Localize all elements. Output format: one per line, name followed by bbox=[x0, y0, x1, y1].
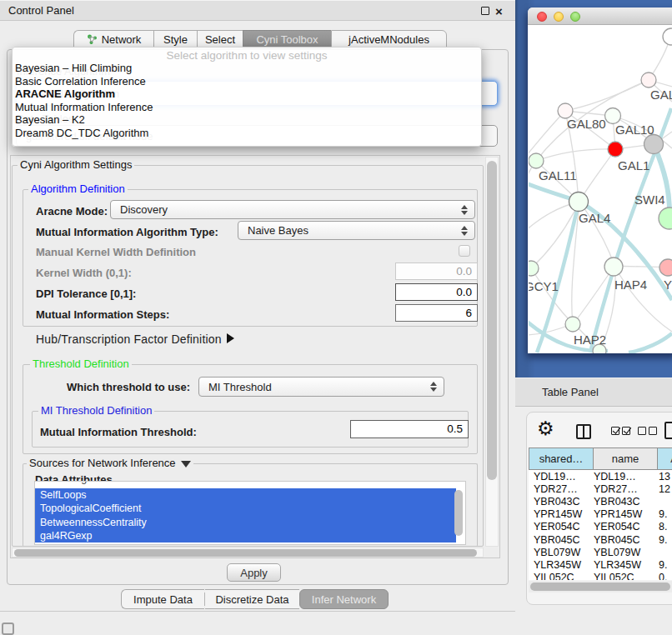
unchecked-checkbox-icon[interactable] bbox=[638, 427, 646, 435]
table-row[interactable]: YBR043CYBR043C bbox=[529, 495, 672, 508]
node-SWI4[interactable] bbox=[659, 208, 672, 229]
checked-checkbox-icon[interactable] bbox=[622, 427, 630, 435]
table-row[interactable]: YDL19…YDL19…13 bbox=[529, 470, 672, 483]
node[interactable] bbox=[659, 259, 672, 276]
table-cell: YBR043C bbox=[534, 495, 580, 508]
algorithm-option[interactable]: Bayesian – K2 bbox=[15, 113, 85, 126]
node[interactable] bbox=[663, 28, 672, 45]
table-hscrollbar-track[interactable] bbox=[529, 581, 672, 592]
apply-button[interactable]: Apply bbox=[227, 563, 281, 582]
spinner-icon bbox=[429, 382, 436, 392]
expand-arrow-icon[interactable] bbox=[227, 333, 234, 343]
window-title: Control Panel bbox=[8, 1, 74, 21]
close-icon[interactable]: × bbox=[495, 4, 503, 18]
dpi-tolerance-field[interactable]: 0.0 bbox=[395, 283, 478, 301]
algorithm-option[interactable]: Dream8 DC_TDC Algorithm bbox=[15, 127, 148, 139]
network-window-titlebar[interactable] bbox=[528, 8, 672, 25]
table-cell: 9. bbox=[659, 533, 667, 547]
zoom-traffic-light[interactable] bbox=[570, 12, 580, 22]
node-GCY1[interactable] bbox=[529, 261, 539, 276]
table-cell: 12 bbox=[659, 482, 670, 496]
table-header: shared…nameA bbox=[529, 448, 672, 470]
column-header-name[interactable]: name bbox=[593, 448, 657, 470]
list-scrollbar-thumb[interactable] bbox=[454, 490, 463, 536]
table-cell: YDR27… bbox=[534, 482, 578, 496]
aracne-mode-combo[interactable]: Discovery bbox=[110, 200, 475, 219]
table-row[interactable]: YDR27…YDR27…12 bbox=[529, 482, 672, 496]
algorithm-option[interactable]: ARACNE Algorithm bbox=[15, 88, 115, 100]
aracne-mode-value: Discovery bbox=[120, 203, 168, 216]
node-label: HAP4 bbox=[614, 278, 647, 292]
attribute-list-item[interactable]: SelfLoops bbox=[35, 488, 456, 502]
column-header-A[interactable]: A bbox=[657, 448, 672, 470]
bottom-tab-discretize-data[interactable]: Discretize Data bbox=[205, 589, 299, 609]
table-row[interactable]: YLR345WYLR345W9. bbox=[529, 558, 672, 572]
close-traffic-light[interactable] bbox=[537, 12, 547, 22]
table-cell: YLR345W bbox=[534, 558, 581, 572]
collapse-arrow-icon[interactable] bbox=[181, 461, 191, 468]
settings-hscrollbar-thumb[interactable] bbox=[14, 549, 477, 557]
attribute-list-item[interactable]: gal4RGexp bbox=[35, 529, 456, 542]
data-attributes-list[interactable]: ClusteringCoefficient SelfLoopsTopologic… bbox=[34, 481, 466, 545]
table-row[interactable]: YBR045CYBR045C9. bbox=[529, 533, 672, 547]
table-cell: YPR145W bbox=[594, 508, 642, 521]
table-body: YDL19…YDL19…13YDR27…YDR27…12YBR043CYBR04… bbox=[529, 470, 672, 580]
mi-threshold-title: MI Threshold Definition bbox=[38, 405, 154, 417]
network-canvas[interactable]: GAL2GAL80GAL10GAL1GAL11GAL4SWI4GCY1HAP4Y… bbox=[529, 25, 672, 353]
table-panel-title: Table Panel bbox=[542, 378, 599, 406]
algorithm-option[interactable]: Basic Correlation Inference bbox=[15, 75, 146, 88]
node-GAL2[interactable] bbox=[641, 72, 656, 88]
table-row[interactable]: YER054CYER054C8. bbox=[529, 520, 672, 533]
node-label: GAL10 bbox=[615, 122, 654, 137]
hub-definition-label[interactable]: Hub/Transcription Factor Definition bbox=[36, 332, 222, 346]
network-view-window: GAL2GAL80GAL10GAL1GAL11GAL4SWI4GCY1HAP4Y… bbox=[528, 8, 672, 353]
mit-label: Mutual Information Threshold: bbox=[40, 426, 197, 438]
kernel-width-field[interactable]: 0.0 bbox=[395, 262, 478, 280]
node[interactable] bbox=[644, 135, 664, 154]
float-icon[interactable] bbox=[481, 7, 489, 15]
minimized-panel-icon[interactable] bbox=[2, 622, 14, 635]
table-cell: 9. bbox=[659, 508, 667, 521]
mi-steps-label: Mutual Information Steps: bbox=[36, 308, 169, 321]
node-GAL4[interactable] bbox=[569, 192, 589, 212]
bottom-tab-infer-network[interactable]: Infer Network bbox=[299, 589, 389, 609]
table-row[interactable]: YBL079WYBL079W bbox=[529, 546, 672, 559]
algorithm-option[interactable]: Mutual Information Inference bbox=[15, 101, 153, 113]
columns-icon[interactable] bbox=[576, 424, 591, 439]
table-cell: YDL19… bbox=[594, 470, 636, 483]
algorithm-option[interactable]: Bayesian – Hill Climbing bbox=[15, 62, 132, 74]
node-HAP4[interactable] bbox=[604, 258, 623, 276]
spinner-icon bbox=[460, 226, 467, 236]
table-row[interactable]: YIL052CYIL052C0. bbox=[529, 571, 672, 580]
bottom-tab-impute-data[interactable]: Impute Data bbox=[121, 589, 204, 609]
column-header-shared[interactable]: shared… bbox=[529, 448, 593, 470]
table-row[interactable]: YPR145WYPR145W9. bbox=[529, 508, 672, 521]
document-icon[interactable] bbox=[664, 422, 672, 439]
which-threshold-combo[interactable]: MI Threshold bbox=[198, 377, 444, 397]
attribute-list-item[interactable]: BetweennessCentrality bbox=[35, 516, 456, 529]
node-label: GAL11 bbox=[539, 168, 577, 182]
manual-kernel-checkbox[interactable] bbox=[459, 245, 470, 257]
settings-vscrollbar-thumb[interactable] bbox=[487, 161, 497, 480]
table-hscrollbar-thumb[interactable] bbox=[530, 582, 670, 591]
checked-checkbox-icon[interactable] bbox=[611, 427, 619, 435]
node-HAP2[interactable] bbox=[565, 317, 580, 332]
edge bbox=[614, 266, 672, 332]
which-threshold-value: MI Threshold bbox=[208, 381, 272, 393]
minimize-traffic-light[interactable] bbox=[554, 12, 564, 22]
node-label: GAL4 bbox=[579, 211, 610, 225]
node-GAL1[interactable] bbox=[608, 142, 623, 157]
mi-type-combo[interactable]: Naive Bayes bbox=[238, 221, 475, 240]
mit-field[interactable]: 0.5 bbox=[350, 420, 469, 438]
node-GAL10[interactable] bbox=[605, 108, 621, 124]
mi-steps-field[interactable]: 6 bbox=[395, 304, 478, 322]
table-cell: YBR043C bbox=[594, 495, 640, 508]
popup-hint: Select algorithm to view settings bbox=[13, 49, 481, 62]
node-GAL11[interactable] bbox=[529, 153, 544, 168]
which-threshold-label: Which threshold to use: bbox=[67, 381, 190, 393]
gear-icon[interactable]: ⚙ bbox=[537, 418, 554, 439]
cyni-settings-title: Cyni Algorithm Settings bbox=[18, 159, 134, 171]
attribute-list-item[interactable]: TopologicalCoefficient bbox=[35, 502, 456, 515]
table-cell: YPR145W bbox=[534, 508, 582, 521]
unchecked-checkbox-icon[interactable] bbox=[649, 427, 657, 435]
